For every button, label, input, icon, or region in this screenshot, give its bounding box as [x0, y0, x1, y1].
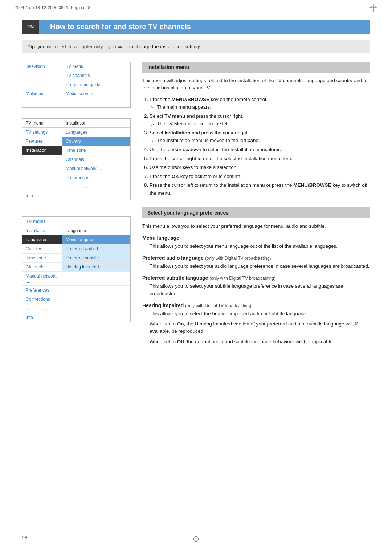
- menu2-left-4: [22, 155, 62, 164]
- step-2-sub: The TV Menu is moved to the left.: [150, 120, 370, 128]
- menu3-left-8: ............: [22, 304, 62, 313]
- preferred-audio-term: Preferred audio language (only with Digi…: [142, 255, 370, 261]
- menu3-right-5: [62, 272, 130, 285]
- menu1-col-left-3: [22, 80, 62, 89]
- menu3-row-9: Info: [22, 313, 130, 322]
- menu1-col-left-1: Television: [22, 62, 62, 71]
- page-number: 28: [22, 535, 28, 540]
- step-7: Press the OK key to activate or to confi…: [150, 173, 370, 181]
- menu1-row-3: Programme guide: [22, 80, 130, 89]
- step-2-bold: TV menu: [164, 113, 185, 119]
- step-1-bold: MENU/BROWSE: [172, 97, 209, 102]
- menu1-row-5: [22, 98, 130, 107]
- menu3-row-8: ............: [22, 304, 130, 313]
- preferred-subtitle-term: Preferred subtitle language (only with D…: [142, 275, 370, 281]
- menu3-left-5: Manual network i...: [22, 272, 62, 285]
- preferred-audio-qualifier: (only with Digital TV broadcasting): [205, 256, 271, 261]
- title-band: EN How to search for and store TV channe…: [22, 20, 370, 34]
- menu2-left-2: Features: [22, 137, 62, 146]
- menu3-left-2: Country: [22, 244, 62, 253]
- menu2-row-8: Info: [22, 191, 130, 200]
- hearing-on-bold: On: [177, 321, 184, 327]
- tip-text: : you will need this chapter only if you…: [35, 44, 203, 49]
- menu3-row-4: Channels Hearing impaired: [22, 263, 130, 272]
- tv-menu-panel-1: Television TV menu TV channels Programme…: [22, 62, 131, 108]
- menu2-right-7: ............: [62, 182, 130, 191]
- menu2-right-6: Preferences: [62, 173, 130, 182]
- right-column: Installation menu This menu will adjust …: [142, 62, 370, 348]
- step-3-bold: Installation: [164, 130, 190, 135]
- menu1-col-right-5: [62, 98, 130, 107]
- menu2-row-4: Channels: [22, 155, 130, 164]
- menu1-col-right-4: Media servers: [62, 89, 130, 98]
- language-pref-intro: This menu allows you to select your pref…: [142, 223, 370, 230]
- menu2-row-6: Preferences: [22, 173, 130, 182]
- menu3-right-4: Hearing impaired: [62, 263, 130, 271]
- menu3-right-9: [62, 313, 130, 322]
- menu2-right-1: Languages: [62, 128, 130, 137]
- menu3-left-7: Connections: [22, 295, 62, 304]
- step-4: Use the cursor up/down to select the Ins…: [150, 146, 370, 154]
- step-3-sub-item: The Installation menu is moved to the le…: [150, 137, 370, 145]
- menu2-left-1: TV settings: [22, 128, 62, 137]
- installation-menu-intro: This menu will adjust settings related t…: [142, 77, 370, 92]
- menu1-col-right-2: TV channels: [62, 71, 130, 80]
- menu2-row-5: Manual network i...: [22, 164, 130, 173]
- bottom-crosshair-icon: [192, 535, 200, 544]
- menu2-right-2: Country: [62, 137, 130, 146]
- hearing-impaired-text1: This allows you to select the hearing im…: [142, 310, 370, 317]
- menu1-col-left-4: Multimedia: [22, 89, 62, 98]
- menu3-left-4: Channels: [22, 263, 62, 271]
- preferred-audio-text: This allows you to select your audio lan…: [142, 263, 370, 270]
- step-7-bold: OK: [172, 174, 179, 179]
- hearing-impaired-text2: When set to On, the Hearing impaired ver…: [142, 320, 370, 335]
- menu1-row-2: TV channels: [22, 71, 130, 80]
- menu3-header-row: Installation Languages: [22, 226, 130, 235]
- menu1-col-right-1: TV menu: [62, 62, 130, 71]
- step-6: Use the cursor keys to make a selection.: [150, 163, 370, 171]
- menu3-header-left: Installation: [22, 226, 62, 235]
- menu2-left-6: [22, 173, 62, 182]
- hearing-impaired-title: Hearing impaired: [142, 303, 184, 308]
- top-reg-area: 2504.4 en 13-12-2006 08:29 Pagina 28: [0, 0, 392, 15]
- menu-language-term: Menu language: [142, 235, 370, 241]
- menu3-row-6: Preferences: [22, 286, 130, 295]
- preferred-subtitle-qualifier: (only with Digital TV broadcasting): [209, 276, 275, 281]
- menu2-row-3: Installation Time zone: [22, 146, 130, 155]
- menu3-right-2: Preferred audio l...: [62, 244, 130, 253]
- menu3-left-9: Info: [22, 313, 62, 322]
- preferred-subtitle-text: This allows you to select your subtitle …: [142, 283, 370, 297]
- tip-label: Tip: [28, 44, 35, 49]
- step-8: Press the cursor left to return to the I…: [150, 181, 370, 197]
- menu2-row-1: TV settings Languages: [22, 128, 130, 137]
- menu2-right-4: Channels: [62, 155, 130, 164]
- menu3-row-1: Languages Menu language: [22, 235, 130, 244]
- hearing-impaired-term: Hearing impaired (only with Digital TV b…: [142, 303, 370, 308]
- page-wrapper: 2504.4 en 13-12-2006 08:29 Pagina 28 EN …: [0, 0, 392, 555]
- step-3-sub: The Installation menu is moved to the le…: [150, 137, 370, 145]
- menu3-right-6: [62, 286, 130, 295]
- menu2-header-row: TV menu Installation: [22, 119, 130, 128]
- step-1-sub-item: The main menu appears.: [150, 103, 370, 111]
- left-page-mark: [7, 278, 12, 284]
- step-5: Press the cursor right to enter the sele…: [150, 155, 370, 163]
- menu3-right-7: [62, 295, 130, 304]
- menu1-row-4: Multimedia Media servers: [22, 89, 130, 98]
- menu1-col-left-5: [22, 98, 62, 107]
- menu3-row-3: Time zone Preferred subtitle...: [22, 254, 130, 263]
- menu3-row-7: Connections: [22, 295, 130, 304]
- en-badge: EN: [22, 20, 39, 34]
- hearing-off-bold: Off: [177, 339, 184, 344]
- preferred-subtitle-title: Preferred subtitle language: [142, 275, 208, 281]
- installation-menu-header: Installation menu: [142, 62, 370, 73]
- menu2-right-8: [62, 191, 130, 200]
- menu3-right-8: [62, 304, 130, 313]
- menu1-col-left-2: [22, 71, 62, 80]
- menu3-title-left: TV menu: [22, 217, 62, 226]
- menu3-row-5: Manual network i...: [22, 272, 130, 286]
- menu3-row-2: Country Preferred audio l...: [22, 244, 130, 254]
- tv-menu-panel-3: TV menu Installation Languages Languages…: [22, 216, 131, 322]
- menu2-row-2: Features Country: [22, 137, 130, 146]
- page-title: How to search for and store TV channels: [39, 20, 370, 34]
- menu2-header-left: TV menu: [22, 119, 62, 127]
